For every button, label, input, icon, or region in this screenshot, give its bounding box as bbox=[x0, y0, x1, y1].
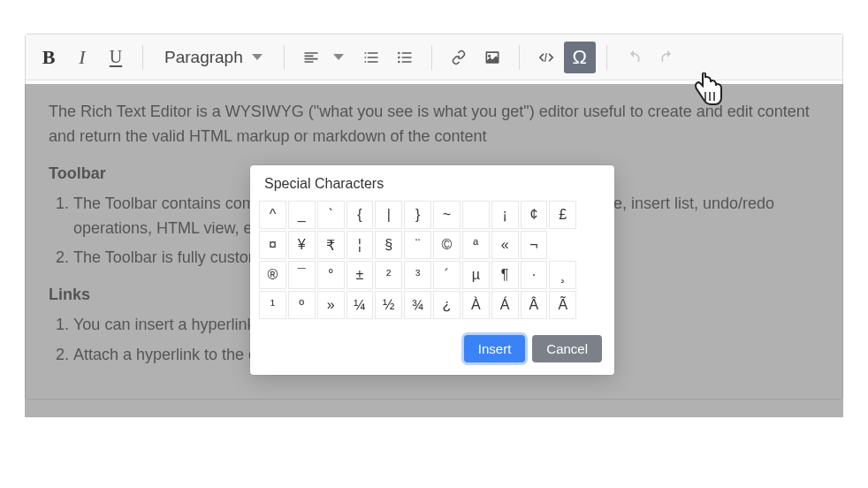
char-cell[interactable]: · bbox=[521, 261, 548, 289]
toolbar-separator bbox=[142, 45, 143, 70]
char-cell[interactable]: ¼ bbox=[346, 291, 374, 319]
char-cell[interactable]: ¶ bbox=[491, 261, 519, 289]
editor-toolbar: B I U Paragraph bbox=[26, 34, 842, 80]
cancel-button[interactable]: Cancel bbox=[532, 335, 602, 362]
char-cell[interactable]: Ã bbox=[549, 291, 576, 319]
char-cell[interactable]: ¿ bbox=[433, 291, 461, 319]
char-cell[interactable]: À bbox=[462, 291, 490, 319]
char-cell[interactable]: º bbox=[288, 291, 316, 319]
char-cell[interactable]: ª bbox=[462, 231, 490, 259]
underline-button[interactable]: U bbox=[100, 42, 132, 73]
char-cell[interactable]: | bbox=[375, 201, 402, 229]
char-cell[interactable]: ± bbox=[346, 261, 374, 289]
char-cell[interactable]: ¨ bbox=[404, 231, 431, 259]
char-cell[interactable]: ¬ bbox=[521, 231, 548, 259]
char-cell[interactable]: ® bbox=[259, 261, 286, 289]
char-cell[interactable]: ´ bbox=[433, 261, 461, 289]
insert-button[interactable]: Insert bbox=[464, 335, 526, 362]
char-cell[interactable]: { bbox=[346, 201, 374, 229]
char-cell[interactable]: ° bbox=[317, 261, 345, 289]
align-dropdown[interactable] bbox=[329, 42, 348, 73]
format-dropdown[interactable]: Paragraph bbox=[154, 42, 273, 73]
redo-button[interactable] bbox=[651, 42, 683, 73]
char-cell[interactable]: ¦ bbox=[346, 231, 374, 259]
toolbar-separator bbox=[606, 45, 607, 70]
char-cell[interactable]: § bbox=[375, 231, 402, 259]
char-cell[interactable]: ² bbox=[375, 261, 402, 289]
char-cell[interactable]: Â bbox=[521, 291, 548, 319]
undo-button[interactable] bbox=[618, 42, 650, 73]
format-dropdown-label: Paragraph bbox=[164, 48, 243, 67]
char-cell[interactable]: ^ bbox=[259, 201, 286, 229]
char-cell[interactable]: ¯ bbox=[288, 261, 316, 289]
char-cell[interactable]: ½ bbox=[375, 291, 402, 319]
char-cell[interactable]: ³ bbox=[404, 261, 431, 289]
dialog-title: Special Characters bbox=[250, 165, 614, 201]
char-cell[interactable]: ¢ bbox=[521, 201, 548, 229]
char-cell[interactable]: µ bbox=[462, 261, 490, 289]
toolbar-separator bbox=[431, 45, 432, 70]
toolbar-separator bbox=[284, 45, 285, 70]
svg-point-2 bbox=[398, 60, 400, 63]
char-cell[interactable]: ¹ bbox=[259, 291, 286, 319]
char-cell[interactable]: © bbox=[433, 231, 461, 259]
svg-point-1 bbox=[398, 56, 400, 58]
image-button[interactable] bbox=[476, 42, 508, 73]
char-cell[interactable]: ` bbox=[317, 201, 345, 229]
char-cell[interactable]: » bbox=[317, 291, 345, 319]
svg-point-0 bbox=[398, 51, 400, 54]
ordered-list-button[interactable] bbox=[355, 42, 387, 73]
char-cell[interactable]: ¥ bbox=[288, 231, 316, 259]
char-cell[interactable] bbox=[462, 201, 490, 229]
char-cell[interactable]: } bbox=[404, 201, 431, 229]
char-cell[interactable]: _ bbox=[288, 201, 316, 229]
unordered-list-button[interactable] bbox=[389, 42, 421, 73]
toolbar-separator bbox=[519, 45, 520, 70]
char-cell[interactable]: ~ bbox=[433, 201, 461, 229]
code-view-button[interactable] bbox=[530, 42, 562, 73]
link-button[interactable] bbox=[443, 42, 475, 73]
char-cell[interactable]: ¾ bbox=[404, 291, 431, 319]
align-button[interactable] bbox=[295, 42, 327, 73]
special-characters-dialog: Special Characters ^_`{|}~ ¡¢£¤¥₹¦§¨©ª«¬… bbox=[250, 165, 614, 375]
characters-grid: ^_`{|}~ ¡¢£¤¥₹¦§¨©ª«¬®¯°±²³´µ¶·¸¹º»¼½¾¿À… bbox=[250, 201, 614, 323]
chevron-down-icon bbox=[252, 54, 263, 60]
italic-button[interactable]: I bbox=[66, 42, 98, 73]
char-cell[interactable]: ¸ bbox=[549, 261, 576, 289]
char-cell[interactable]: Á bbox=[491, 291, 519, 319]
char-cell[interactable]: ₹ bbox=[317, 231, 345, 259]
special-characters-button[interactable]: Ω bbox=[564, 42, 596, 73]
char-cell[interactable]: ¡ bbox=[491, 201, 519, 229]
char-cell[interactable]: ¤ bbox=[259, 231, 286, 259]
char-cell[interactable]: £ bbox=[549, 201, 576, 229]
chevron-down-icon bbox=[333, 54, 344, 60]
bold-button[interactable]: B bbox=[33, 42, 65, 73]
omega-icon: Ω bbox=[573, 48, 587, 67]
char-cell[interactable]: « bbox=[491, 231, 519, 259]
